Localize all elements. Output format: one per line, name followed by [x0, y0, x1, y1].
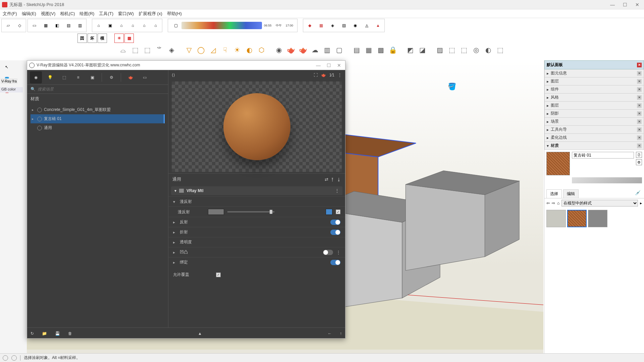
vray-save-icon[interactable]: 💾: [55, 331, 60, 336]
vr-cube-icon[interactable]: ⬚: [129, 44, 141, 56]
vray-tab-materials-icon[interactable]: ◉: [30, 71, 42, 83]
nav-fwd-icon[interactable]: ⇨: [552, 201, 555, 205]
vray-reflect-toggle[interactable]: [330, 220, 340, 225]
grid-icon[interactable]: ▦: [124, 34, 134, 43]
vray-diffuse-swatch[interactable]: [208, 209, 224, 215]
sec-entity-info[interactable]: ▸图元信息✕: [544, 69, 644, 77]
vr-viewport-icon[interactable]: ▥: [321, 44, 333, 56]
vray-export-icon[interactable]: ⭳: [337, 177, 341, 182]
vray-preview-menu-icon[interactable]: ⋮: [338, 73, 342, 77]
vray-shader-menu-icon[interactable]: ⋮: [335, 188, 339, 193]
view-left-icon[interactable]: ⌂: [150, 20, 161, 31]
menu-tools[interactable]: 工具(T): [99, 11, 113, 17]
vr-util3-icon[interactable]: ⬚: [458, 44, 470, 56]
info-icon[interactable]: [11, 355, 17, 361]
menu-window[interactable]: 窗口(W): [118, 11, 134, 17]
vray-bind-row[interactable]: ▸绑定: [168, 257, 345, 267]
vray-tab-geometry-icon[interactable]: ⬚: [58, 71, 70, 83]
vray-search-input[interactable]: [38, 87, 165, 92]
vr-tag-icon[interactable]: ◈: [166, 44, 177, 56]
time-scale[interactable]: [181, 22, 262, 29]
select-tool-icon[interactable]: ↖: [1, 62, 12, 72]
view-front-icon[interactable]: ⌂: [116, 20, 127, 31]
sandbox-5-icon[interactable]: ◉: [350, 20, 361, 31]
sandbox-2-icon[interactable]: ▦: [315, 20, 327, 31]
vray-shader-row[interactable]: ▾ VRay Mtl ⋮: [171, 186, 342, 195]
vray-mat-brick[interactable]: ▸ 复古砖 01: [31, 114, 165, 123]
vr-util4-icon[interactable]: ◎: [470, 44, 482, 56]
vray-bind-toggle[interactable]: [330, 260, 340, 265]
vr-region-icon[interactable]: ▢: [333, 44, 345, 56]
nav-back-icon[interactable]: ⇦: [546, 201, 550, 205]
vray-import-icon[interactable]: ⭱: [330, 177, 335, 182]
vray-diffuse-section[interactable]: ▾漫反射: [168, 196, 345, 206]
vray-tab-lights-icon[interactable]: 💡: [44, 71, 56, 83]
style-back-icon[interactable]: ▥: [74, 20, 86, 31]
vr-grass-icon[interactable]: ⺌: [154, 44, 165, 56]
vr-history-icon[interactable]: ▩: [375, 44, 386, 56]
vray-tab-render-icon[interactable]: ▣: [86, 71, 98, 83]
vr-fb-icon[interactable]: ▤: [351, 44, 362, 56]
vray-tab-frame-icon[interactable]: ▭: [139, 71, 151, 83]
sec-shadows[interactable]: ▸阴影✕: [544, 110, 644, 118]
nav-home-icon[interactable]: ⌂: [557, 201, 559, 205]
style-mono-icon[interactable]: ◧: [51, 20, 63, 31]
vray-swap-icon[interactable]: ⇄: [325, 177, 328, 182]
sec-soften[interactable]: ▸柔化边线✕: [544, 134, 644, 142]
sec-components[interactable]: ▸组件✕: [544, 85, 644, 94]
text-btn-2[interactable]: 坏: [88, 34, 97, 43]
style-xray-icon[interactable]: ▤: [63, 20, 74, 31]
vr-teapot-icon[interactable]: 🫖: [285, 44, 297, 56]
style-shaded-icon[interactable]: ▭: [29, 20, 40, 31]
vray-tab-layers-icon[interactable]: ≡: [72, 71, 84, 83]
mat-create-icon[interactable]: 🗋: [636, 152, 642, 158]
vr-light-sun-icon[interactable]: ☀: [231, 44, 243, 56]
sec-materials[interactable]: ▾材质✕: [544, 142, 644, 150]
vr-cloud-icon[interactable]: ☁: [309, 44, 321, 56]
vray-teapot-preview-icon[interactable]: 🫖: [321, 73, 326, 77]
menu-draw[interactable]: 绘图(R): [79, 11, 94, 17]
vr-util2-icon[interactable]: ⬚: [446, 44, 458, 56]
vr-dome-icon[interactable]: ⌓: [117, 44, 129, 56]
vray-maximize-button[interactable]: ☐: [327, 63, 331, 68]
vray-nav-left-icon[interactable]: ←: [328, 331, 332, 336]
vray-diffuse-slider[interactable]: [227, 211, 274, 213]
vr-light-sphere-icon[interactable]: ◯: [195, 44, 207, 56]
vray-bump-menu-icon[interactable]: ⋮: [336, 250, 340, 255]
vray-delete-icon[interactable]: 🗑: [68, 331, 72, 336]
vray-titlebar[interactable]: V-Ray资源编辑器 V4.2001-草图联盟汉化 www.cnwhc.com …: [27, 61, 345, 70]
sandbox-4-icon[interactable]: ▤: [338, 20, 350, 31]
vray-refract-toggle[interactable]: [330, 230, 340, 235]
tab-edit[interactable]: 编辑: [563, 189, 579, 198]
sandbox-1-icon[interactable]: ◆: [304, 20, 315, 31]
vray-bump-toggle[interactable]: [323, 250, 333, 255]
vray-expand-icon[interactable]: ⛶: [314, 73, 318, 77]
vray-opacity-row[interactable]: ▸透明度: [168, 237, 345, 247]
vray-tab-teapot-icon[interactable]: 🫖: [124, 71, 137, 83]
sec-scenes[interactable]: ▸场景✕: [544, 118, 644, 126]
vr-util5-icon[interactable]: ◐: [482, 44, 494, 56]
vray-refract-row[interactable]: ▸折射: [168, 227, 345, 237]
menu-ext[interactable]: 扩展程序 (x): [139, 11, 162, 17]
vr-light-mesh-icon[interactable]: ⬡: [256, 44, 267, 56]
text-btn-1[interactable]: 囯: [77, 34, 87, 43]
vray-bump-row[interactable]: ▸凹凸 ⋮: [168, 247, 345, 257]
vray-back-icon[interactable]: ⟨⟩: [172, 73, 175, 77]
vray-nav-up-icon[interactable]: ↑: [340, 331, 342, 336]
vr-light-ies-icon[interactable]: ☟: [219, 44, 231, 56]
vray-mat-concrete[interactable]: ▸ Concrete_Simple_G01_4m_草图联盟: [31, 105, 165, 114]
sec-layers1[interactable]: ▸图层✕: [544, 77, 644, 85]
nav-menu-icon[interactable]: ▸: [640, 201, 642, 205]
menu-view[interactable]: 视图(V): [41, 11, 55, 17]
shadow-doc-icon[interactable]: ▢: [170, 20, 181, 31]
sec-styles[interactable]: ▸风格✕: [544, 94, 644, 102]
menu-file[interactable]: 文件(F): [3, 11, 17, 17]
vr-batch-icon[interactable]: ▦: [363, 44, 374, 56]
vray-close-button[interactable]: ✕: [337, 63, 341, 68]
view-top-icon[interactable]: ▣: [104, 20, 116, 31]
vr-teapot2-icon[interactable]: 🫖: [297, 44, 309, 56]
menu-camera[interactable]: 相机(C): [60, 11, 75, 17]
vr-render-icon[interactable]: ◉: [273, 44, 284, 56]
vr-obj2-icon[interactable]: ◪: [417, 44, 428, 56]
vr-util1-icon[interactable]: ▨: [434, 44, 445, 56]
